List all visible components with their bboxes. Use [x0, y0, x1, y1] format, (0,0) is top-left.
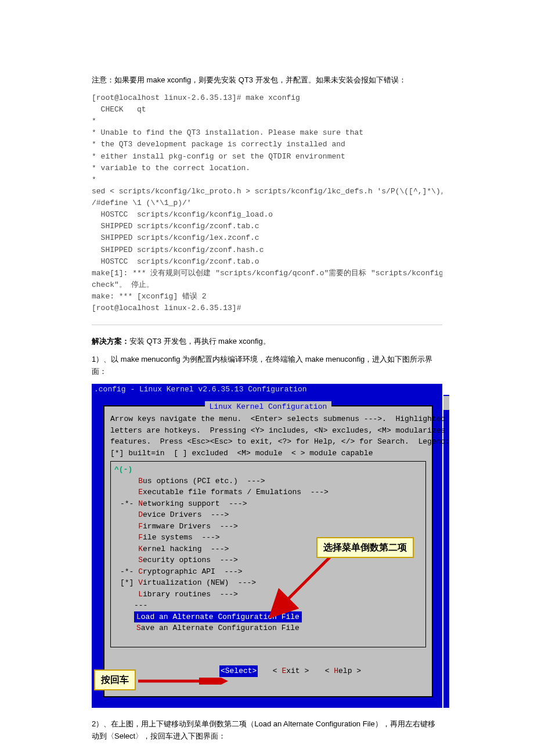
menuconfig-instructions: Arrow keys navigate the menu. <Enter> se…: [110, 413, 426, 459]
button-exit[interactable]: < Exit >: [272, 665, 310, 677]
menuconfig-titlebar: .config - Linux Kernel v2.6.35.13 Config…: [92, 384, 442, 395]
menuconfig-screenshot: .config - Linux Kernel v2.6.35.13 Config…: [92, 384, 442, 708]
callout-press-enter: 按回车: [94, 669, 136, 690]
menu-item[interactable]: Bus options (PCI etc.) --->: [120, 476, 422, 487]
callout-select-second-last: 选择菜单倒数第二项: [316, 537, 414, 558]
button-help[interactable]: < Help >: [324, 665, 362, 677]
note-line: 注意：如果要用 make xconfig，则要先安装 QT3 开发包，并配置。如…: [92, 74, 442, 87]
menu-item[interactable]: Device Drivers --->: [120, 509, 422, 521]
menu-list: 选择菜单倒数第二项 ^(-) Bus options (PCI etc.) --…: [110, 461, 426, 647]
step-1: 1）、以 make menuconfig 为例配置内核编译环境，在终端输入 ma…: [92, 354, 442, 378]
menu-blank: ---: [134, 600, 422, 611]
menuconfig-buttons: <Select> < Exit > < Help >: [110, 654, 426, 689]
menu-item[interactable]: [*] Virtualization (NEW) --->: [120, 577, 422, 589]
menuconfig-box-title: Linux Kernel Configuration: [205, 401, 332, 413]
button-select[interactable]: <Select>: [219, 665, 258, 677]
solution-text: 安装 QT3 开发包，再执行 make xconfig。: [129, 337, 270, 345]
menu-top-indicator: ^(-): [114, 464, 422, 476]
menu-item[interactable]: -*- Networking support --->: [120, 498, 422, 510]
menu-item-load-alternate[interactable]: Load an Alternate Configuration File: [134, 611, 302, 623]
terminal-error-output: [root@localhost linux-2.6.35.13]# make x…: [92, 92, 442, 315]
menuconfig-box: Linux Kernel Configuration Arrow keys na…: [103, 405, 433, 698]
menu-item[interactable]: Library routines --->: [120, 589, 422, 600]
divider: [92, 325, 442, 325]
menu-item[interactable]: Executable file formats / Emulations ---…: [120, 487, 422, 498]
menu-item[interactable]: -*- Cryptographic API --->: [120, 566, 422, 578]
solution-line: 解决方案：安装 QT3 开发包，再执行 make xconfig。: [92, 336, 442, 348]
menu-item[interactable]: Firmware Drivers --->: [120, 521, 422, 532]
solution-label: 解决方案：: [92, 337, 129, 345]
step-2: 2）、在上图，用上下键移动到菜单倒数第二项（Load an Alternate …: [92, 718, 442, 743]
menu-item-save-alternate[interactable]: Save an Alternate Configuration File: [136, 622, 422, 634]
